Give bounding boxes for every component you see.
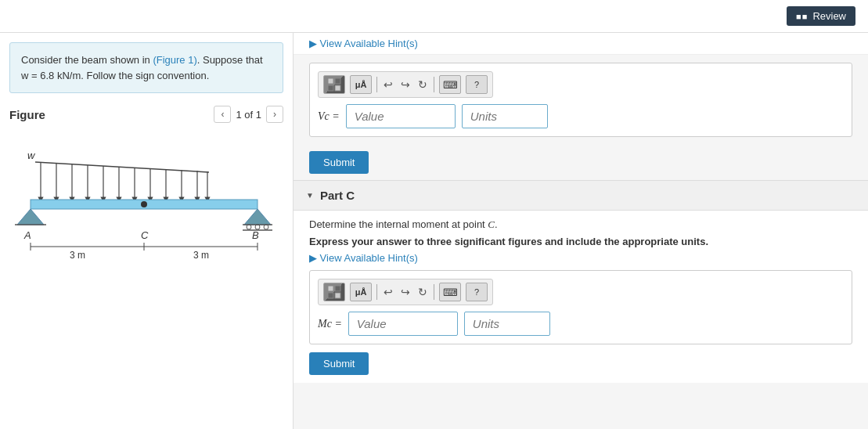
review-label: Review [812,10,846,22]
svg-text:w: w [27,150,36,161]
review-button[interactable]: ■■ Review [787,6,855,26]
matrix-button-b[interactable] [323,75,345,94]
figure-prev-button[interactable]: ‹ [214,106,231,123]
redo-button-b[interactable]: ↪ [399,78,412,91]
problem-line2: w = 6.8 kN/m. Follow the sign convention… [21,70,209,81]
part-b-units-input[interactable] [462,104,548,128]
part-b-answer-box: μÅ ↩ ↪ ↻ ⌨ ? Vc = [309,63,852,137]
part-c-header[interactable]: ▼ Part C [294,180,868,211]
part-c-input-row: Mc = [318,312,844,336]
review-icon: ■■ [796,12,808,21]
part-c-toolbar: μÅ ↩ ↪ ↻ ⌨ ? [318,279,493,305]
part-b-input-row: Vc = [318,104,844,128]
svg-marker-16 [17,209,44,225]
figure-link[interactable]: (Figure 1) [153,54,196,66]
part-c-label: Part C [320,189,355,202]
undo-button-c[interactable]: ↩ [382,286,394,298]
svg-rect-42 [335,293,340,298]
problem-text-before: Consider the beam shown in [21,54,153,66]
keyboard-button-c[interactable]: ⌨ [439,283,461,301]
svg-rect-41 [328,293,333,298]
figure-title: Figure [9,108,45,121]
part-b-submit-button[interactable]: Submit [309,151,369,174]
toolbar-divider-c [376,284,377,300]
part-b-eq-label: Vc = [318,110,340,123]
svg-text:3 m: 3 m [70,250,85,261]
figure-nav: ‹ 1 of 1 › [214,106,283,123]
part-c-eq-label: Mc = [318,318,342,330]
toolbar-divider-b [376,77,377,92]
part-b-value-input[interactable] [346,104,456,128]
redo-button-c[interactable]: ↪ [399,286,412,298]
svg-rect-36 [335,78,340,84]
svg-rect-37 [328,85,333,91]
svg-rect-40 [335,286,340,291]
problem-statement: Consider the beam shown in (Figure 1). S… [9,42,283,93]
part-c-instruction: Express your answer to three significant… [309,236,852,247]
toolbar-divider-c2 [434,284,434,300]
svg-point-24 [141,201,147,207]
part-c-hint-link[interactable]: ▶ View Available Hint(s) [309,252,852,264]
svg-text:B: B [252,229,259,241]
svg-text:3 m: 3 m [193,250,209,261]
hint-link-top[interactable]: ▶ View Available Hint(s) [294,33,868,55]
svg-line-2 [35,162,209,172]
part-c-expand-icon: ▼ [306,191,314,200]
svg-rect-35 [328,78,333,84]
problem-text-after: . Suppose that [197,54,263,66]
beam-diagram: w [13,129,279,270]
matrix-button-c[interactable] [323,283,345,301]
svg-text:A: A [23,229,31,241]
part-c-value-input[interactable] [348,312,458,336]
keyboard-button-b[interactable]: ⌨ [439,75,461,94]
figure-next-button[interactable]: › [266,106,283,123]
help-button-b[interactable]: ? [466,75,488,94]
figure-section: Figure ‹ 1 of 1 › w [0,103,293,429]
part-c-answer-box: μÅ ↩ ↪ ↻ ⌨ ? Mc = [309,270,852,344]
help-button-c[interactable]: ? [466,283,488,301]
refresh-button-c[interactable]: ↻ [416,286,429,298]
svg-point-22 [264,225,268,229]
svg-marker-18 [244,209,271,225]
mu-a-button-b[interactable]: μÅ [350,75,372,94]
part-c-units-input[interactable] [464,312,550,336]
svg-rect-38 [335,85,340,91]
figure-canvas: w [13,129,279,270]
refresh-button-b[interactable]: ↻ [416,78,429,91]
svg-text:C: C [141,229,149,241]
svg-rect-39 [328,286,333,291]
left-panel: Consider the beam shown in (Figure 1). S… [0,33,294,429]
undo-button-b[interactable]: ↩ [382,78,394,91]
part-c-body: Determine the internal moment at point C… [294,211,868,383]
figure-page: 1 of 1 [236,109,261,121]
part-c-submit-button[interactable]: Submit [309,352,369,375]
svg-point-20 [247,225,251,229]
part-b-toolbar: μÅ ↩ ↪ ↻ ⌨ ? [318,71,493,98]
toolbar-divider-b2 [434,77,434,92]
mu-a-button-c[interactable]: μÅ [350,283,372,301]
part-c-description: Determine the internal moment at point C… [309,218,852,231]
right-panel: ▶ View Available Hint(s) μÅ ↩ ↪ ↻ [294,33,868,429]
